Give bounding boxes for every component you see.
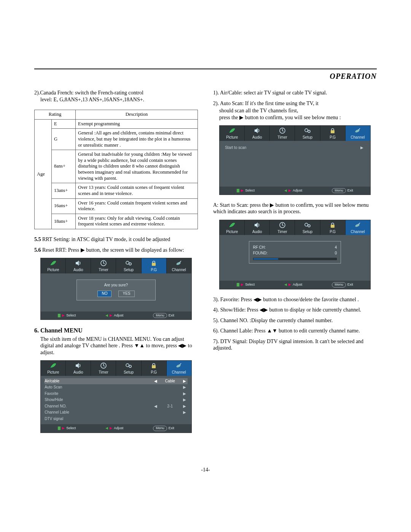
osd-tab-audio[interactable]: Audio bbox=[245, 220, 270, 235]
svg-point-16 bbox=[305, 223, 308, 226]
osd-tab-pg[interactable]: P.G bbox=[320, 126, 346, 141]
table-row: Age E Exempt programming bbox=[35, 119, 198, 129]
footer-adjust: ◀▶ Adjust bbox=[284, 283, 302, 287]
row-value: Cable bbox=[159, 379, 182, 384]
osd-tab-channel[interactable]: Channel bbox=[167, 361, 191, 376]
svg-rect-8 bbox=[152, 365, 156, 368]
tab-label: Channel bbox=[167, 268, 191, 273]
rating-cell: 8ans+ bbox=[52, 150, 76, 183]
menu-row[interactable]: Air/cable◀Cable▶ bbox=[45, 378, 188, 385]
item-3: 3). Favorite: Press ◀▶ button to choose/… bbox=[213, 296, 377, 303]
osd-tab-picture[interactable]: Picture bbox=[41, 361, 66, 376]
item-6: 6). Channel Lable: Press ▲▼ button to ed… bbox=[213, 328, 377, 334]
tab-label: Audio bbox=[245, 230, 269, 235]
osd-body: RF CH: 4 FOUND: 0 bbox=[220, 235, 370, 281]
rf-row: RF CH: 4 bbox=[253, 245, 337, 250]
footer-select: ▇▶ Select bbox=[58, 313, 76, 318]
osd-tab-picture[interactable]: Picture bbox=[220, 126, 245, 141]
osd-reset-rrt: PictureAudioTimerSetupP.GChannel Are you… bbox=[40, 258, 192, 320]
tab-label: Channel bbox=[346, 135, 370, 140]
tab-label: P.G bbox=[320, 230, 345, 235]
osd-tab-audio[interactable]: Audio bbox=[66, 361, 91, 376]
label: Start to scan bbox=[225, 145, 359, 150]
row-label: Air/cable bbox=[45, 379, 153, 384]
osd-tab-timer[interactable]: Timer bbox=[91, 361, 116, 376]
svg-rect-13 bbox=[331, 130, 335, 133]
start-scan-row[interactable]: Start to scan ▶ bbox=[225, 145, 365, 151]
osd-tab-picture[interactable]: Picture bbox=[220, 220, 245, 235]
lock-icon bbox=[142, 259, 166, 267]
menu-row[interactable]: Show/Hide▶ bbox=[45, 397, 188, 403]
osd-body: Are you sure? NO YES bbox=[41, 273, 191, 312]
left-arrow-icon: ◀ bbox=[153, 379, 159, 384]
osd-tab-pg[interactable]: P.G bbox=[142, 258, 167, 273]
osd-scan-progress: PictureAudioTimerSetupP.GChannel RF CH: … bbox=[219, 220, 371, 289]
svg-point-17 bbox=[308, 225, 310, 227]
left-arrow-icon: ◀ bbox=[153, 404, 159, 409]
osd-tab-picture[interactable]: Picture bbox=[41, 258, 66, 273]
leaf-icon bbox=[41, 259, 65, 267]
desc-cell: Over 13 years: Could contain scenes of f… bbox=[76, 183, 198, 198]
text: press the bbox=[219, 115, 239, 120]
note-a: A: Start to Scan: press the ▶ button to … bbox=[213, 202, 377, 215]
page-title: OPERATION bbox=[34, 72, 377, 81]
footer-adjust: ◀▶ Adjust bbox=[105, 313, 123, 318]
item-2a: 2). Auto Scan: If it's the first time us… bbox=[213, 100, 377, 107]
tab-label: Picture bbox=[220, 230, 244, 235]
osd-tab-audio[interactable]: Audio bbox=[66, 258, 91, 273]
table-header: Rating Description bbox=[35, 110, 198, 120]
row-label: Favorite bbox=[45, 391, 153, 396]
row-label: Auto Scan bbox=[45, 385, 153, 390]
right-arrow-icon: ▶ bbox=[359, 145, 365, 150]
osd-tab-channel[interactable]: Channel bbox=[346, 126, 370, 141]
progress-fill bbox=[253, 258, 279, 260]
channel-menu-intro: The sixth item of the MENU is CHANNEL ME… bbox=[34, 336, 198, 356]
osd-tab-pg[interactable]: P.G bbox=[320, 220, 346, 235]
osd-tab-channel[interactable]: Channel bbox=[346, 220, 370, 235]
svg-point-6 bbox=[126, 364, 129, 367]
text: 2).Canada French: switch the French-rati… bbox=[34, 90, 143, 96]
right-arrow-icon: ▶ bbox=[182, 379, 188, 384]
osd-tab-setup[interactable]: Setup bbox=[295, 220, 320, 235]
right-arrow-icon: ▶ bbox=[182, 404, 188, 409]
text: button to confirm, you will see below me… bbox=[244, 115, 341, 120]
osd-tab-audio[interactable]: Audio bbox=[245, 126, 270, 141]
tab-label: Setup bbox=[116, 370, 141, 375]
osd-footer: ▇▶ Select◀▶ AdjustMenu Exit bbox=[220, 281, 370, 289]
menu-pill: Menu bbox=[332, 282, 346, 287]
rating-cell: E bbox=[52, 119, 76, 129]
osd-tab-setup[interactable]: Setup bbox=[295, 126, 320, 141]
osd-tab-setup[interactable]: Setup bbox=[116, 258, 141, 273]
right-arrow-icon: ▶ bbox=[81, 247, 85, 253]
menu-row[interactable]: DTV signal bbox=[45, 416, 188, 422]
gears-icon bbox=[295, 126, 320, 135]
clock-icon bbox=[270, 126, 295, 135]
yes-button[interactable]: YES bbox=[118, 291, 134, 297]
table-row: 8ans+ General but inadvisable for young … bbox=[35, 150, 198, 183]
osd-tab-setup[interactable]: Setup bbox=[116, 361, 141, 376]
age-label: Age bbox=[35, 119, 52, 229]
text: RRT Setting: in ATSC digital TV mode, it… bbox=[41, 236, 170, 242]
menu-row[interactable]: Auto Scan▶ bbox=[45, 384, 188, 391]
menu-row[interactable]: Favorite▶ bbox=[45, 391, 188, 397]
table-row: 13ans+ Over 13 years: Could contain scen… bbox=[35, 183, 198, 198]
value: 4 bbox=[335, 245, 337, 250]
osd-tab-timer[interactable]: Timer bbox=[270, 126, 295, 141]
rating-cell: 18ans+ bbox=[52, 214, 76, 229]
found-row: FOUND: 0 bbox=[253, 251, 337, 256]
rating-cell: 13ans+ bbox=[52, 183, 76, 198]
menu-row[interactable]: Channel Lable▶ bbox=[45, 409, 188, 416]
osd-tab-channel[interactable]: Channel bbox=[167, 258, 191, 273]
tab-label: Timer bbox=[91, 370, 116, 375]
osd-footer: ▇▶ Select◀▶ AdjustMenu Exit bbox=[41, 312, 191, 320]
tab-label: Timer bbox=[270, 230, 295, 235]
osd-tab-timer[interactable]: Timer bbox=[91, 258, 116, 273]
menu-row[interactable]: Channel NO.◀2-1▶ bbox=[45, 403, 188, 410]
dialog-prompt: Are you sure? bbox=[77, 283, 155, 288]
value: 0 bbox=[335, 251, 337, 256]
osd-tab-pg[interactable]: P.G bbox=[142, 361, 167, 376]
tab-label: Audio bbox=[66, 268, 91, 273]
no-button[interactable]: NO bbox=[97, 291, 112, 297]
desc-cell: Over 18 years: Only for adult viewing. C… bbox=[76, 214, 198, 229]
osd-tab-timer[interactable]: Timer bbox=[270, 220, 295, 235]
